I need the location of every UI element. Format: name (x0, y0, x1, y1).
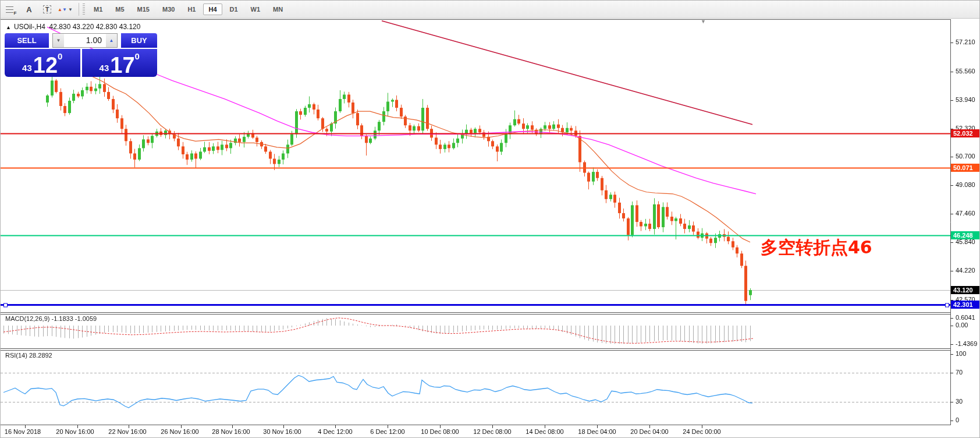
sell-button[interactable]: SELL (5, 33, 49, 48)
text-box-icon[interactable]: T (40, 3, 55, 16)
text-box-glyph: T (43, 5, 52, 13)
sell-price-small: 43 (22, 63, 32, 73)
fibonacci-f-glyph: F (14, 10, 17, 16)
toolbar-grip[interactable] (83, 3, 85, 15)
volume-spinner: ▼ 1.00 ▲ (52, 33, 118, 48)
text-label-icon[interactable]: A (22, 3, 37, 16)
mt4-window: F A T ▲▼▼ M1M5M15M30H1H4D1W1MN ▲USOil-,H… (0, 0, 980, 438)
timeframe-group: M1M5M15M30H1H4D1W1MN (87, 3, 289, 15)
one-click-trading-panel: SELL ▼ 1.00 ▲ BUY 43120 43170 (5, 33, 157, 77)
fibonacci-lines-glyph (6, 6, 13, 13)
timeframe-m30[interactable]: M30 (157, 3, 180, 15)
dropdown-caret-icon[interactable]: ▼ (68, 7, 73, 12)
up-arrow-glyph: ▲ (58, 7, 62, 12)
volume-value[interactable]: 1.00 (64, 34, 106, 47)
timeframe-m5[interactable]: M5 (110, 3, 129, 15)
timeframe-h4[interactable]: H4 (203, 3, 222, 15)
down-arrow-glyph: ▼ (62, 7, 67, 12)
volume-increase-button[interactable]: ▲ (106, 34, 117, 47)
sell-price-sup: 0 (58, 51, 62, 61)
toolbar-separator (79, 3, 79, 16)
timeframe-m1[interactable]: M1 (88, 3, 108, 15)
volume-decrease-button[interactable]: ▼ (53, 34, 64, 47)
buy-price-sup: 0 (135, 51, 140, 61)
sell-price-box[interactable]: 43120 (5, 49, 80, 77)
timeframe-mn[interactable]: MN (268, 3, 288, 15)
timeframe-h1[interactable]: H1 (182, 3, 201, 15)
buy-price-small: 43 (100, 63, 109, 73)
buy-button[interactable]: BUY (121, 33, 157, 48)
arrow-shapes-icon[interactable]: ▲▼▼ (58, 3, 73, 16)
buy-price-box[interactable]: 43170 (82, 49, 158, 77)
buy-price-big: 17 (110, 56, 134, 75)
timeframe-d1[interactable]: D1 (225, 3, 243, 15)
timeframe-m15[interactable]: M15 (132, 3, 155, 15)
sell-price-big: 12 (33, 56, 58, 75)
toolbar: F A T ▲▼▼ M1M5M15M30H1H4D1W1MN (1, 1, 979, 19)
timeframe-w1[interactable]: W1 (246, 3, 266, 15)
fibonacci-icon[interactable]: F (3, 3, 19, 16)
